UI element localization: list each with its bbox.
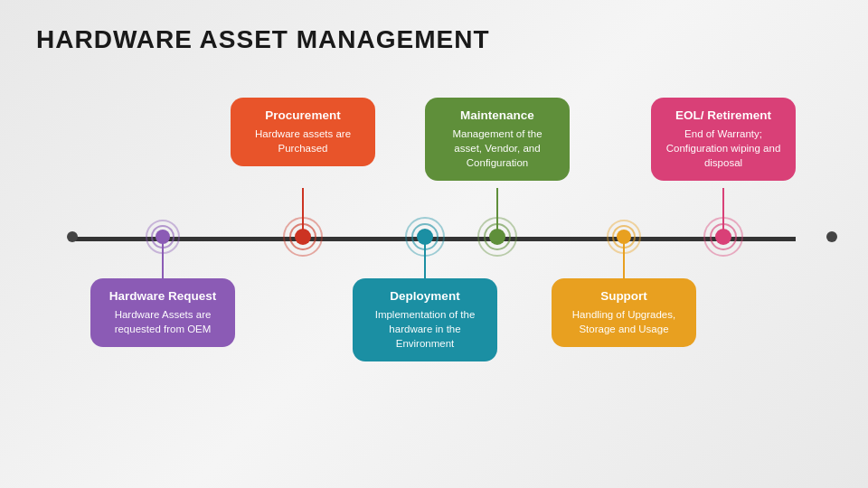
procurement-dot-group bbox=[295, 229, 311, 245]
timeline-area: Procurement Hardware assets are Purchase… bbox=[36, 81, 832, 425]
start-dot bbox=[67, 231, 78, 242]
hardware-request-title: Hardware Request bbox=[103, 289, 222, 303]
maintenance-card: Maintenance Management of the asset, Ven… bbox=[425, 98, 570, 181]
support-title: Support bbox=[564, 289, 684, 303]
eol-card: EOL/ Retirement End of Warranty; Configu… bbox=[651, 98, 796, 181]
eol-title: EOL/ Retirement bbox=[664, 108, 783, 122]
procurement-card: Procurement Hardware assets are Purchase… bbox=[231, 98, 375, 166]
support-description: Handling of Upgrades, Storage and Usage bbox=[564, 307, 684, 336]
hardware-request-dot-group bbox=[156, 230, 170, 244]
maintenance-dot-group bbox=[489, 229, 505, 245]
deployment-card: Deployment Implementation of the hardwar… bbox=[353, 278, 497, 361]
hardware-request-description: Hardware Assets are requested from OEM bbox=[103, 307, 222, 336]
hardware-request-card: Hardware Request Hardware Assets are req… bbox=[90, 278, 235, 347]
deployment-description: Implementation of the hardware in the En… bbox=[365, 307, 485, 351]
procurement-title: Procurement bbox=[243, 108, 363, 122]
page-title: HARDWARE ASSET MANAGEMENT bbox=[36, 25, 832, 54]
page: HARDWARE ASSET MANAGEMENT Procurement Ha… bbox=[0, 0, 868, 488]
deployment-title: Deployment bbox=[365, 289, 485, 303]
end-dot bbox=[826, 231, 837, 242]
procurement-description: Hardware assets are Purchased bbox=[243, 127, 363, 155]
deployment-dot-group bbox=[417, 229, 433, 245]
support-dot-group bbox=[617, 230, 631, 244]
maintenance-description: Management of the asset, Vendor, and Con… bbox=[438, 127, 557, 170]
eol-dot-group bbox=[715, 229, 731, 245]
support-card: Support Handling of Upgrades, Storage an… bbox=[552, 278, 696, 347]
eol-description: End of Warranty; Configuration wiping an… bbox=[664, 127, 783, 170]
maintenance-title: Maintenance bbox=[438, 108, 557, 122]
